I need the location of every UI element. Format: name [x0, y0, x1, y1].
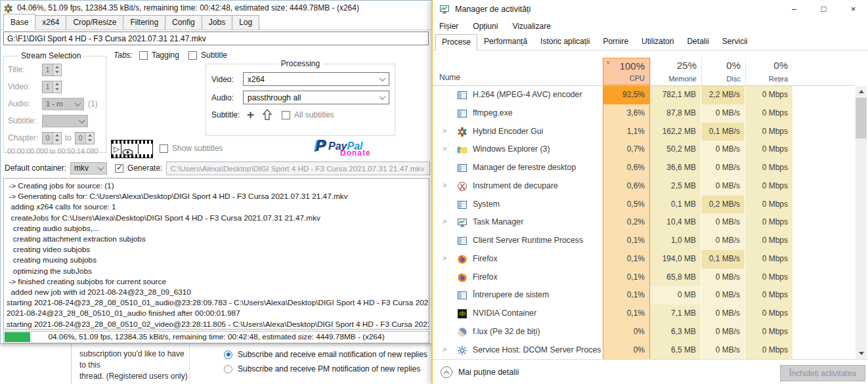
memory-cell: 6,3 MB	[650, 323, 701, 341]
column-header-cpu[interactable]: v 100% CPU	[603, 58, 650, 85]
tagging-checkbox[interactable]	[139, 51, 148, 60]
process-row[interactable]: Windows Explorer (3) 0,7% 50,2 MB 0 MB/s…	[433, 140, 854, 159]
chevron-up-circle-icon	[441, 366, 452, 378]
process-row[interactable]: Service Host: DCOM Server Process ... 0%…	[433, 341, 854, 360]
scrollbar[interactable]	[856, 86, 867, 359]
network-cell: 0 Mbps	[745, 140, 792, 159]
source-path-input[interactable]	[3, 32, 429, 45]
encoder-tab[interactable]: x264	[35, 15, 66, 30]
process-row[interactable]: Întrerupere de sistem 0,1% 0 MB 0 MB/s 0…	[433, 286, 854, 305]
chapter-to-spinner[interactable]: 0	[75, 132, 95, 144]
audio-codec-select[interactable]: passthrough all	[243, 91, 389, 104]
process-row[interactable]: Manager de ferestre desktop 0,6% 36,6 MB…	[433, 159, 854, 177]
network-total: 0%	[773, 60, 788, 71]
process-row[interactable]: Hybrid Encoder Gui 1,1% 162,2 MB 0,1 MB/…	[433, 123, 854, 141]
taskmgr-tab[interactable]: Procese	[435, 34, 477, 51]
generate-checkbox[interactable]	[115, 164, 123, 173]
process-row[interactable]: ffmpeg.exe 3,6% 87,8 MB 0 MB/s 0 Mbps	[433, 104, 854, 123]
maximize-button[interactable]: □	[809, 0, 838, 18]
spinner-arrows-icon[interactable]	[53, 133, 61, 144]
menu-item[interactable]: Fișier	[439, 22, 458, 31]
generate-path-input[interactable]	[166, 161, 430, 175]
minimize-button[interactable]: –	[779, 0, 809, 18]
process-name: Firefox	[473, 272, 498, 282]
title-spinner[interactable]: 1	[42, 64, 62, 76]
generate-label: Generate:	[127, 163, 162, 173]
video-codec-value: x264	[248, 75, 265, 84]
container-select[interactable]: mkv	[70, 162, 107, 175]
taskmgr-tab[interactable]: Istoric aplicații	[534, 33, 596, 50]
subtitle-checkbox[interactable]	[188, 51, 197, 60]
processing-audio-row: Audio: passthrough all	[211, 91, 389, 104]
encoder-tab[interactable]: Config	[165, 15, 202, 30]
add-subtitle-icon[interactable]: +	[247, 109, 254, 121]
expand-arrow-icon[interactable]	[443, 127, 446, 135]
column-header-name[interactable]: Nume	[439, 73, 460, 82]
encoder-titlebar[interactable]: 04.06%, 51.09 fps, 12384.35 kBit/s, rema…	[1, 1, 431, 15]
encoder-tab[interactable]: Jobs	[202, 15, 232, 30]
expand-arrow-icon[interactable]	[443, 254, 446, 262]
log-output[interactable]: -> Creating jobs for source: (1) -> Gene…	[3, 178, 429, 330]
process-icon	[457, 181, 467, 192]
expand-arrow-icon[interactable]	[443, 345, 446, 353]
audio-track-select[interactable]: 1 - ro	[42, 98, 84, 110]
paypal-donate-logo[interactable]: P P PayPal Donate	[314, 137, 373, 158]
encoder-tab[interactable]: Log	[232, 15, 259, 30]
video-row: Video: 1	[8, 80, 62, 93]
all-subtitles-checkbox[interactable]	[282, 111, 290, 119]
scrollbar-thumb[interactable]	[856, 98, 867, 139]
scroll-down-button[interactable]	[856, 348, 867, 359]
divider	[189, 341, 190, 384]
radio-email-notification[interactable]	[224, 351, 232, 359]
column-header-network[interactable]: 0% Rețea	[745, 58, 792, 85]
video-codec-select[interactable]: x264	[243, 72, 389, 86]
process-row[interactable]: Client Server Runtime Process 0,1% 1,0 M…	[433, 232, 854, 250]
upload-subtitle-icon[interactable]	[262, 109, 272, 121]
taskmgr-tab[interactable]: Servicii	[716, 33, 754, 50]
taskmgr-tab[interactable]: Performanță	[477, 33, 534, 50]
chapter-from-spinner[interactable]: 0	[42, 132, 62, 144]
network-cell: 0 Mbps	[745, 177, 792, 196]
menu-item[interactable]: Vizualizare	[512, 22, 550, 31]
menu-item[interactable]: Opțiuni	[473, 22, 498, 31]
less-details-button[interactable]: Mai puține detalii	[441, 366, 519, 378]
cpu-cell: 3,6%	[603, 104, 650, 123]
column-header-disk[interactable]: 0% Disc	[701, 58, 745, 85]
spinner-arrows-icon[interactable]	[53, 81, 61, 93]
process-row[interactable]: f.lux (Pe 32 de biți) 0% 6,3 MB 0 MB/s 0…	[433, 323, 854, 341]
scroll-up-button[interactable]	[856, 86, 867, 97]
spinner-arrows-icon[interactable]	[85, 133, 94, 144]
end-task-button[interactable]: Închideți activitatea	[780, 365, 865, 381]
taskmgr-titlebar[interactable]: Manager de activități – □ ×	[433, 0, 868, 18]
process-row[interactable]: Firefox 0,1% 65,8 MB 0 MB/s 0 Mbps	[433, 268, 854, 287]
radio-pm-notification[interactable]	[224, 365, 232, 373]
expand-arrow-icon[interactable]	[443, 181, 446, 189]
process-row[interactable]: H.264 (MPEG-4 AVC) encoder 92,5% 782,1 M…	[433, 86, 854, 104]
taskmgr-tab[interactable]: Utilizatori	[635, 33, 680, 50]
chapter-to-value: 0	[76, 133, 85, 144]
subtitle-track-select[interactable]	[42, 115, 88, 127]
video-spinner[interactable]: 1	[42, 81, 62, 93]
process-row[interactable]: Task Manager 0,2% 10,4 MB 0 MB/s 0 Mbps	[433, 213, 854, 232]
column-header-memory[interactable]: 25% Memorie	[650, 58, 701, 85]
process-row[interactable]: Instrument de decupare 0,6% 2,5 MB 0 MB/…	[433, 177, 854, 196]
taskmgr-tab[interactable]: Detalii	[680, 33, 715, 50]
show-subtitles-checkbox[interactable]	[160, 144, 168, 153]
spinner-arrows-icon[interactable]	[53, 64, 61, 75]
tabs-label: Tabs:	[114, 51, 133, 60]
taskmgr-tab-bar: Procese Performanță Istoric aplicații Po…	[433, 34, 868, 51]
expand-arrow-icon[interactable]	[443, 144, 446, 152]
process-row[interactable]: NVIDIA Container 0,1% 7,1 MB 0 MB/s 0 Mb…	[433, 305, 854, 323]
process-row[interactable]: Firefox 0,1% 194,0 MB 0,1 MB/s 0 Mbps	[433, 250, 854, 268]
log-line: creating attachment extraction subjobs	[7, 234, 429, 244]
taskmgr-tab[interactable]: Pornire	[596, 33, 635, 50]
encoder-tab[interactable]: Crop/Resize	[66, 15, 123, 30]
cpu-cell: 0,1%	[603, 268, 650, 287]
close-button[interactable]: ×	[838, 0, 868, 18]
title-row: Title: 1	[8, 63, 62, 76]
preview-button[interactable]: ▷	[111, 140, 153, 158]
encoder-tab[interactable]: Base	[3, 14, 35, 30]
process-row[interactable]: System 0,5% 0,1 MB 0,2 MB/s 0 Mbps	[433, 196, 854, 214]
expand-arrow-icon[interactable]	[443, 217, 446, 225]
encoder-tab[interactable]: Filtering	[123, 15, 165, 30]
